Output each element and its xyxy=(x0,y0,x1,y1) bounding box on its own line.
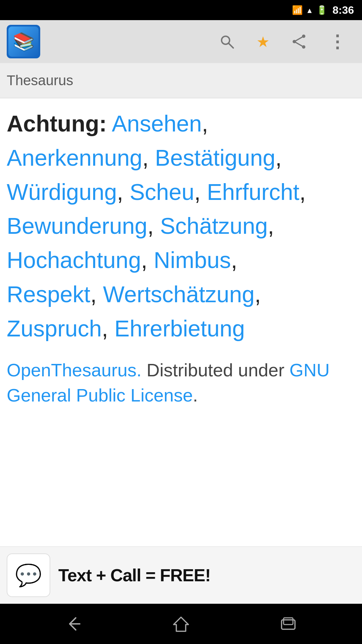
svg-rect-10 xyxy=(284,618,293,625)
status-time: 8:36 xyxy=(333,4,354,16)
svg-line-1 xyxy=(229,43,233,48)
ad-logo-emoji: 💬 xyxy=(15,563,42,588)
app-logo: 📚 xyxy=(7,25,40,58)
synonym-respekt[interactable]: Respekt xyxy=(7,281,90,307)
back-button[interactable] xyxy=(61,611,86,637)
home-icon xyxy=(172,614,190,633)
openthesaurus-link[interactable]: OpenThesaurus. xyxy=(7,360,141,380)
synonym-ansehen[interactable]: Ansehen xyxy=(112,111,202,136)
section-title: Thesaurus xyxy=(7,72,73,88)
recents-button[interactable] xyxy=(276,611,301,637)
app-logo-inner: 📚 xyxy=(8,26,39,57)
synonym-wertschaetzung[interactable]: Wertschätzung xyxy=(103,281,254,307)
synonym-ehrerbietung[interactable]: Ehrerbietung xyxy=(114,316,245,341)
svg-line-5 xyxy=(294,36,304,42)
synonym-ehrfurcht[interactable]: Ehrfurcht xyxy=(207,179,299,205)
nav-bar xyxy=(0,604,362,644)
synonym-schaetzung[interactable]: Schätzung xyxy=(160,213,267,238)
attribution-end: . xyxy=(193,385,198,405)
search-icon xyxy=(219,34,235,50)
synonym-wuerdigung[interactable]: Würdigung xyxy=(7,179,117,205)
entry-heading: Achtung: Ansehen, xyxy=(7,108,355,139)
status-bar: 📶 ▴ 🔋 8:36 xyxy=(0,0,362,20)
synonym-bestaetigung[interactable]: Bestätigung xyxy=(155,145,275,170)
recents-icon xyxy=(279,614,298,633)
ad-icon: 💬 xyxy=(7,553,50,597)
synonym-bewunderung[interactable]: Bewunderung xyxy=(7,213,147,238)
entry-line-7: Zuspruch, Ehrerbietung xyxy=(7,313,355,344)
signal-icon: ▴ xyxy=(307,5,312,15)
app-logo-emoji: 📚 xyxy=(13,32,35,52)
attribution: OpenThesaurus. Distributed under GNU Gen… xyxy=(7,358,355,408)
synonym-nimbus[interactable]: Nimbus xyxy=(154,247,231,273)
attribution-body: Distributed under xyxy=(141,360,289,380)
headword: Achtung: xyxy=(7,111,107,136)
wifi-icon: 📶 xyxy=(292,5,303,15)
ad-banner[interactable]: 💬 Text + Call = FREE! xyxy=(0,546,362,604)
sep1: , xyxy=(202,111,208,136)
status-icons: 📶 ▴ 🔋 xyxy=(292,5,327,15)
synonym-zuspruch[interactable]: Zuspruch xyxy=(7,316,102,341)
entry-line-2: Anerkennung, Bestätigung, xyxy=(7,143,355,173)
favorite-button[interactable]: ★ xyxy=(254,31,272,53)
more-icon: ⋮ xyxy=(328,37,346,46)
entry-line-5: Hochachtung, Nimbus, xyxy=(7,245,355,276)
share-icon xyxy=(291,34,307,50)
entry-line-4: Bewunderung, Schätzung, xyxy=(7,211,355,241)
svg-line-6 xyxy=(294,42,304,47)
battery-icon: 🔋 xyxy=(316,5,327,15)
app-bar-actions: ★ ⋮ xyxy=(40,31,355,53)
ad-text: Text + Call = FREE! xyxy=(58,565,210,585)
more-options-button[interactable]: ⋮ xyxy=(326,35,349,49)
synonym-hochachtung[interactable]: Hochachtung xyxy=(7,247,141,273)
section-header: Thesaurus xyxy=(0,63,362,98)
back-icon xyxy=(64,614,83,633)
share-button[interactable] xyxy=(288,31,310,52)
entry-line-3: Würdigung, Scheu, Ehrfurcht, xyxy=(7,177,355,208)
synonym-anerkennung[interactable]: Anerkennung xyxy=(7,145,142,170)
home-button[interactable] xyxy=(168,611,194,637)
entry-line-6: Respekt, Wertschätzung, xyxy=(7,279,355,310)
star-icon: ★ xyxy=(256,33,269,50)
main-content: Achtung: Ansehen, Anerkennung, Bestätigu… xyxy=(0,98,362,546)
synonym-scheu[interactable]: Scheu xyxy=(130,179,194,205)
app-bar: 📚 ★ ⋮ xyxy=(0,20,362,63)
search-button[interactable] xyxy=(216,31,238,52)
svg-marker-8 xyxy=(174,617,188,631)
